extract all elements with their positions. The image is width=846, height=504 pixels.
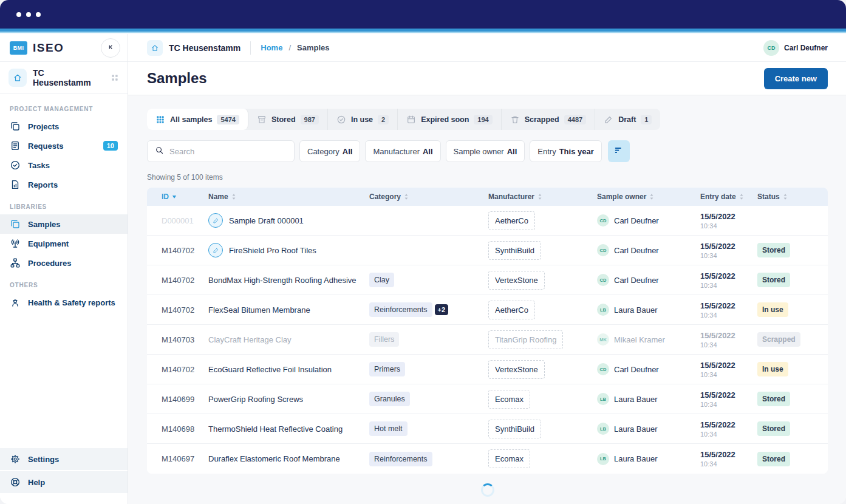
expired-icon (406, 115, 416, 124)
breadcrumb-workspace[interactable]: TC Heusenstamm (169, 43, 240, 53)
filter-label: Category (307, 147, 339, 156)
manufacturer-tag[interactable]: Ecomax (488, 390, 530, 409)
manufacturer-tag[interactable]: AetherCo (488, 211, 535, 230)
grid-icon[interactable] (111, 73, 119, 82)
sidebar-item-tasks[interactable]: Tasks (0, 155, 128, 175)
all-samples-icon (155, 115, 165, 124)
sidebar-section-label: OTHERS (10, 282, 118, 288)
workspace-selector[interactable]: TC Heusenstamm (0, 62, 128, 94)
create-new-button[interactable]: Create new (764, 68, 828, 89)
user-menu[interactable]: CD Carl Deufner (763, 40, 828, 56)
sidebar-collapse-button[interactable] (101, 38, 120, 58)
sidebar-item-requests[interactable]: Requests 10 (0, 136, 128, 155)
tab-draft[interactable]: Draft 1 (595, 109, 660, 130)
cell-name: EcoGuard Reflective Foil Insulation (208, 365, 369, 374)
status-badge: Stored (757, 243, 790, 257)
table-row[interactable]: D000001 Sample Draft 000001 AetherCo CD … (147, 206, 828, 236)
tab-expired-soon[interactable]: Expired soon 194 (398, 109, 502, 130)
sidebar-item-label: Requests (28, 141, 64, 151)
breadcrumb-home-icon[interactable] (147, 40, 163, 56)
sidebar-nav: PROJECT MANAGEMENT Projects Requests 10 … (0, 94, 128, 448)
tab-stored[interactable]: Stored 987 (248, 109, 328, 130)
manufacturer-tag[interactable]: AetherCo (488, 301, 535, 319)
draft-pencil-icon (208, 213, 223, 228)
search-box[interactable] (147, 140, 295, 162)
cell-category: Fillers (369, 332, 488, 347)
filter-manufacturer[interactable]: Manufacturer All (365, 140, 440, 162)
sidebar-item-label: Equipment (28, 239, 69, 248)
cell-manufacturer: Ecomax (488, 390, 597, 409)
cell-manufacturer: AetherCo (488, 301, 597, 319)
tab-label: All samples (170, 115, 212, 124)
table-row[interactable]: M140698 ThermoShield Heat Reflective Coa… (147, 414, 828, 444)
column-header-category[interactable]: Category (369, 192, 488, 201)
cell-name: FlexSeal Bitumen Membrane (208, 305, 369, 315)
window-controls[interactable] (16, 12, 41, 17)
breadcrumb: TC Heusenstamm Home / Samples (147, 40, 330, 56)
manufacturer-tag[interactable]: VertexStone (488, 271, 545, 290)
tab-label: In use (351, 115, 373, 124)
sidebar-item-label: Procedures (28, 259, 72, 268)
table-row[interactable]: M140703 ClayCraft Heritage Clay Fillers … (147, 325, 828, 355)
cell-name: FireShield Pro Roof Tiles (208, 243, 369, 257)
sidebar-item-reports[interactable]: Reports (0, 175, 128, 194)
table-row[interactable]: M140702 BondMax High-Strength Roofing Ad… (147, 265, 828, 295)
draft-icon (604, 115, 613, 124)
sidebar-item-settings[interactable]: Settings (0, 448, 128, 470)
stored-icon (257, 115, 267, 124)
cell-id: M140702 (162, 276, 208, 285)
manufacturer-tag[interactable]: SynthiBuild (488, 241, 541, 260)
table-row[interactable]: M140699 PowerGrip Roofing Screws Granule… (147, 384, 828, 414)
gear-icon (10, 454, 21, 465)
breadcrumb-home-link[interactable]: Home (261, 43, 282, 52)
status-badge: Stored (757, 452, 790, 466)
filter-value: All (507, 147, 517, 156)
column-header-entry-date[interactable]: Entry date (700, 192, 757, 201)
cell-owner: MK Mikael Kramer (597, 333, 700, 346)
tab-scrapped[interactable]: Scrapped 4487 (502, 109, 595, 130)
manufacturer-tag[interactable]: Ecomax (488, 449, 530, 468)
app-name: ISEO (33, 41, 64, 55)
category-badge: Reinforcements (369, 452, 432, 466)
manufacturer-tag[interactable]: VertexStone (488, 360, 545, 379)
column-header-id[interactable]: ID (162, 192, 208, 201)
manufacturer-tag[interactable]: SynthiBuild (488, 420, 541, 438)
tab-label: Expired soon (421, 115, 469, 124)
sidebar-item-equipment[interactable]: Equipment (0, 234, 128, 253)
category-extra-badge[interactable]: +2 (435, 304, 449, 315)
status-badge: In use (757, 362, 788, 376)
table-row[interactable]: M140697 Duraflex Elastomeric Roof Membra… (147, 444, 828, 474)
tab-all-samples[interactable]: All samples 5474 (147, 109, 248, 130)
app-logo[interactable]: BMI ISEO (10, 41, 64, 55)
column-header-name[interactable]: Name (208, 192, 369, 201)
owner-avatar: CD (597, 274, 609, 286)
category-badge: Hot melt (369, 421, 408, 436)
sidebar-item-help[interactable]: Help (0, 471, 128, 493)
cell-id: M140702 (162, 305, 208, 315)
sort-carets-icon (404, 193, 409, 200)
sidebar-item-health-safety-reports[interactable]: Health & Safety reports (0, 293, 128, 312)
sidebar-footer: Settings Help (0, 448, 128, 504)
cell-name: ThermoShield Heat Reflective Coating (208, 424, 369, 434)
table-row[interactable]: M140702 FireShield Pro Roof Tiles Synthi… (147, 236, 828, 265)
filter-entry[interactable]: Entry This year (530, 140, 601, 162)
table-row[interactable]: M140702 EcoGuard Reflective Foil Insulat… (147, 355, 828, 384)
filter-category[interactable]: Category All (299, 140, 360, 162)
cell-name: ClayCraft Heritage Clay (208, 335, 369, 344)
tab-in-use[interactable]: In use 2 (328, 109, 398, 130)
column-header-status[interactable]: Status (757, 192, 828, 201)
column-header-manufacturer[interactable]: Manufacturer (488, 192, 597, 201)
sidebar-item-procedures[interactable]: Procedures (0, 253, 128, 273)
filter-sample-owner[interactable]: Sample owner All (446, 140, 525, 162)
manufacturer-tag[interactable]: TitanGrip Roofing (488, 330, 563, 349)
sidebar-item-label: Tasks (28, 161, 50, 170)
sidebar-item-projects[interactable]: Projects (0, 117, 128, 136)
column-header-sample-owner[interactable]: Sample owner (597, 192, 700, 201)
sort-button[interactable] (608, 140, 630, 162)
table-row[interactable]: M140702 FlexSeal Bitumen Membrane Reinfo… (147, 295, 828, 325)
cell-entry-date: 15/5/2022 10:34 (700, 242, 757, 259)
cell-name: Sample Draft 000001 (208, 213, 369, 228)
sidebar-item-samples[interactable]: Samples (0, 214, 128, 234)
search-input[interactable] (169, 147, 287, 156)
safety-icon (10, 297, 21, 308)
